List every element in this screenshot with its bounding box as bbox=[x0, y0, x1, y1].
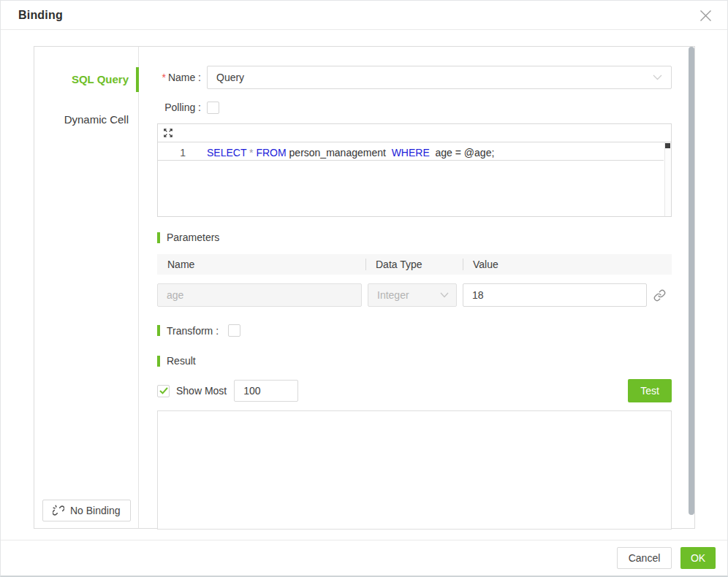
sql-editor-toolbar bbox=[157, 123, 672, 142]
column-header-name: Name bbox=[157, 254, 365, 275]
show-most-row: Show Most Test bbox=[157, 379, 672, 402]
dialog-scrollbar-thumb[interactable] bbox=[689, 47, 694, 515]
show-most-label: Show Most bbox=[176, 385, 227, 397]
tab-sql-query[interactable]: SQL Query bbox=[34, 65, 138, 94]
sql-editor: 1 SELECT * FROM person_management WHERE … bbox=[157, 123, 672, 217]
code-line-1: 1 SELECT * FROM person_management WHERE … bbox=[158, 142, 664, 161]
name-label: *Name : bbox=[157, 72, 201, 83]
parameters-table-header: Name Data Type Value bbox=[157, 254, 672, 275]
cancel-button[interactable]: Cancel bbox=[617, 547, 672, 569]
transform-checkbox[interactable] bbox=[228, 324, 240, 337]
chevron-down-icon bbox=[653, 74, 662, 80]
param-data-type-value: Integer bbox=[377, 289, 409, 301]
editor-scrollbar-thumb[interactable] bbox=[665, 143, 670, 148]
name-select-value: Query bbox=[216, 72, 244, 83]
tab-sql-query-label: SQL Query bbox=[72, 73, 129, 85]
expand-button[interactable] bbox=[163, 128, 173, 138]
binding-panel: SQL Query Dynamic Cell No Binding *Name … bbox=[34, 46, 695, 529]
tab-dynamic-cell[interactable]: Dynamic Cell bbox=[34, 105, 138, 134]
result-preview-area bbox=[157, 410, 672, 530]
transform-label: Transform : bbox=[167, 325, 219, 337]
dialog-footer: Cancel OK bbox=[1, 540, 727, 576]
section-accent-bar bbox=[157, 356, 160, 367]
transform-section-header: Transform : bbox=[157, 324, 672, 337]
binding-dialog: Binding SQL Query Dynamic Cell No Bi bbox=[0, 0, 728, 577]
column-header-value: Value bbox=[463, 254, 672, 275]
result-title: Result bbox=[167, 355, 196, 367]
param-data-type-select: Integer bbox=[368, 283, 457, 307]
show-most-checkbox[interactable] bbox=[157, 385, 170, 397]
no-binding-label: No Binding bbox=[70, 505, 121, 516]
chevron-down-icon bbox=[440, 292, 449, 298]
line-number: 1 bbox=[158, 147, 186, 158]
close-icon bbox=[699, 9, 712, 22]
parameters-section-header: Parameters bbox=[157, 232, 672, 243]
polling-row: Polling : bbox=[157, 101, 672, 114]
parameter-row: Integer bbox=[157, 283, 672, 307]
dialog-header: Binding bbox=[1, 1, 727, 30]
name-select[interactable]: Query bbox=[207, 66, 672, 89]
show-most-input[interactable] bbox=[234, 380, 298, 402]
section-accent-bar bbox=[157, 325, 160, 336]
polling-label: Polling : bbox=[157, 102, 201, 113]
result-section-header: Result bbox=[157, 355, 672, 367]
column-header-data-type: Data Type bbox=[365, 254, 463, 275]
check-icon bbox=[159, 387, 168, 394]
polling-checkbox[interactable] bbox=[207, 102, 219, 114]
required-mark: * bbox=[162, 72, 165, 83]
section-accent-bar bbox=[157, 232, 160, 243]
bind-parameter-button[interactable] bbox=[647, 289, 672, 302]
name-row: *Name : Query bbox=[157, 66, 672, 89]
editor-scrollbar-track bbox=[664, 142, 671, 216]
link-icon bbox=[653, 289, 666, 302]
no-binding-button[interactable]: No Binding bbox=[42, 500, 131, 521]
sql-statement: SELECT * FROM person_management WHERE ag… bbox=[207, 147, 494, 158]
binding-type-sidebar: SQL Query Dynamic Cell No Binding bbox=[34, 47, 139, 528]
tab-dynamic-cell-label: Dynamic Cell bbox=[64, 113, 129, 126]
test-button[interactable]: Test bbox=[628, 379, 672, 402]
sql-query-content: *Name : Query Polling : bbox=[140, 47, 672, 528]
parameters-title: Parameters bbox=[167, 232, 219, 243]
param-name-input bbox=[157, 283, 362, 307]
unlink-icon bbox=[53, 505, 64, 516]
dialog-title: Binding bbox=[18, 9, 63, 22]
sql-code-area[interactable]: 1 SELECT * FROM person_management WHERE … bbox=[157, 142, 672, 217]
close-button[interactable] bbox=[698, 8, 713, 23]
expand-icon bbox=[163, 128, 173, 138]
ok-button[interactable]: OK bbox=[680, 547, 716, 569]
param-value-input[interactable] bbox=[463, 283, 647, 307]
